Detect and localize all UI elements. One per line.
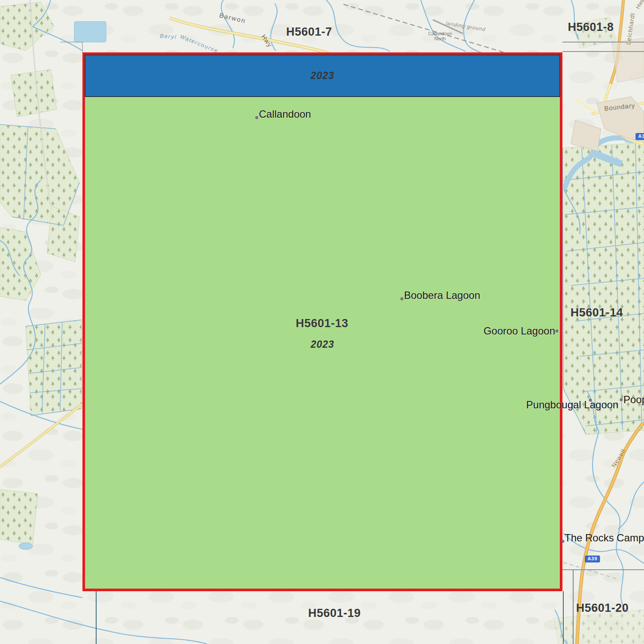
place-label-the-rocks-camp: The Rocks Camp (565, 532, 644, 544)
coverage-year-band: 2023 (85, 55, 560, 97)
label-callandoon-north-2: North (434, 36, 446, 41)
coverage-center-year: 2023 (310, 339, 334, 350)
map-canvas[interactable]: Barwon Hwy Beryl Watercourse landing gro… (0, 0, 644, 644)
place-label-gooroo-lagoon: Gooroo Lagoon (483, 325, 555, 337)
band-year-label: 2023 (310, 70, 334, 82)
sheet-label-h5601-13: H5601-13 (296, 317, 349, 330)
sheet-label-h5601-8: H5601-8 (568, 21, 614, 34)
stream-label-beryl: Beryl (160, 33, 177, 40)
route-shield-a39-edge: A39 (635, 133, 644, 140)
poi-dot-poop (620, 398, 623, 401)
place-label-poop-truncated: Poop (623, 394, 644, 406)
sheet-label-h5601-14: H5601-14 (571, 306, 623, 319)
place-label-boobera-lagoon: Boobera Lagoon (404, 289, 480, 301)
poi-dot-gooroo-lagoon (556, 330, 559, 333)
place-label-pungbougal-lagoon: Pungbougal Lagoon (526, 399, 619, 411)
sheet-label-h5601-19: H5601-19 (308, 607, 361, 620)
poi-dot-the-rocks-camp (562, 540, 565, 543)
poi-dot-boobera-lagoon (401, 298, 404, 301)
label-callandoon-north-1: Callandoon (428, 31, 452, 36)
poi-dot-callandoon (255, 116, 258, 119)
sheet-label-h5601-20: H5601-20 (576, 601, 629, 615)
sheet-label-h5601-7: H5601-7 (286, 25, 332, 39)
route-shield-a39: A39 (585, 556, 600, 562)
place-label-callandoon: Callandoon (259, 108, 311, 120)
